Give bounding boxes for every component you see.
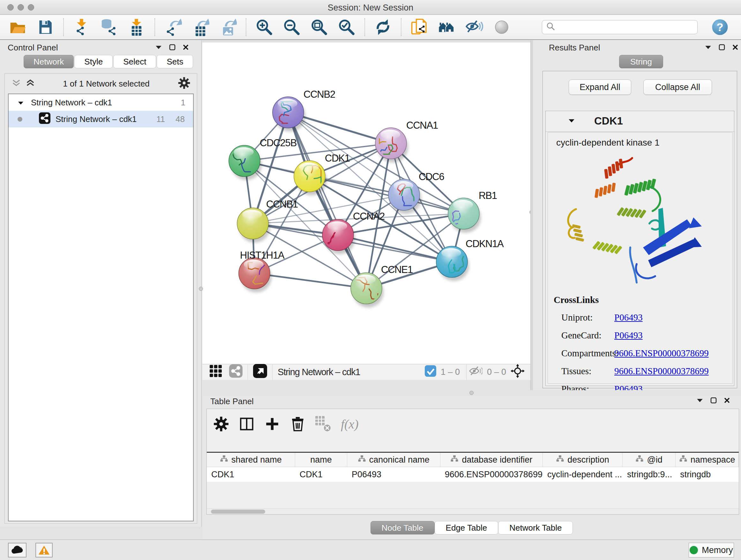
tab-network-table[interactable]: Network Table — [498, 521, 573, 535]
network-collection-row[interactable]: String Network – cdk1 1 — [9, 94, 193, 111]
float-panel-icon[interactable] — [719, 44, 725, 52]
expand-all-button[interactable]: Expand All — [569, 79, 631, 95]
network-node-CCNA1[interactable]: CCNA1 — [375, 120, 438, 163]
collapse-all-icon[interactable] — [12, 79, 21, 88]
open-session-icon[interactable] — [9, 18, 27, 36]
export-table-icon[interactable] — [192, 18, 209, 36]
help-icon[interactable]: ? — [711, 18, 729, 36]
network-node-CDC6[interactable]: CDC6 — [388, 171, 444, 214]
refresh-network-icon[interactable] — [374, 18, 392, 36]
tab-network[interactable]: Network — [23, 55, 74, 68]
gene-description: cyclin-dependent kinase 1 — [556, 138, 660, 148]
search-input[interactable] — [556, 21, 697, 34]
table-cell: CDK1 — [295, 467, 347, 482]
table-horizontal-scrollbar[interactable] — [207, 508, 738, 514]
close-panel-icon[interactable] — [183, 44, 189, 52]
import-network-icon[interactable] — [73, 18, 91, 36]
collapse-all-button[interactable]: Collapse All — [643, 79, 712, 95]
crosslink-link[interactable]: 9606.ENSP00000378699 — [614, 348, 709, 358]
zoom-out-icon[interactable] — [283, 18, 300, 36]
session-home-icon[interactable] — [438, 18, 456, 36]
network-node-RB1[interactable]: RB1 — [448, 190, 497, 233]
hide-panels-icon[interactable] — [465, 18, 483, 36]
zoom-in-icon[interactable] — [255, 18, 273, 36]
network-node-CDK1[interactable]: CDK1 — [294, 152, 350, 195]
close-panel-icon[interactable] — [724, 397, 730, 405]
column-header-canonical-name[interactable]: canonical name — [347, 453, 441, 467]
crosslink-label: Compartments: — [554, 348, 614, 359]
memory-button[interactable]: Memory — [689, 543, 734, 557]
tab-edge-table[interactable]: Edge Table — [434, 521, 498, 535]
network-canvas[interactable]: CCNB2CCNA1CDC25BCDK1CDC6RB1CCNB1CCNA2CDK… — [202, 43, 530, 364]
scrollbar-thumb[interactable] — [211, 509, 265, 514]
network-node-CCNE1[interactable]: CCNE1 — [351, 264, 413, 307]
column-header-description[interactable]: description — [543, 453, 623, 467]
tab-node-table[interactable]: Node Table — [370, 521, 434, 535]
fit-content-crosshair-icon[interactable] — [511, 364, 525, 380]
network-node-CCNB1[interactable]: CCNB1 — [237, 199, 298, 243]
detach-view-icon[interactable] — [253, 364, 267, 380]
network-name: String Network – cdk1 — [56, 114, 137, 124]
column-header-database-identifier[interactable]: database identifier — [441, 453, 543, 467]
network-row-selected[interactable]: String Network – cdk1 11 48 — [9, 111, 193, 127]
float-panel-icon[interactable] — [711, 397, 717, 405]
hidden-eye-icon[interactable] — [468, 365, 482, 380]
crosslink-link[interactable]: P06493 — [614, 312, 643, 322]
add-row-icon[interactable] — [264, 416, 280, 432]
panel-menu-icon[interactable] — [696, 398, 703, 404]
tab-string[interactable]: String — [619, 55, 663, 68]
grid-view-icon[interactable] — [209, 365, 222, 380]
table-cell: P06493 — [347, 467, 441, 482]
collection-expand-icon[interactable] — [17, 98, 24, 108]
tab-style[interactable]: Style — [74, 55, 113, 68]
import-database-icon[interactable] — [100, 18, 118, 36]
crosslink-link[interactable]: P06493 — [614, 330, 643, 340]
column-header-name[interactable]: name — [295, 453, 347, 467]
application-window: Session: New Session ? Control Panel Net… — [0, 0, 741, 560]
automation-cloud-button[interactable] — [8, 543, 26, 557]
tab-select[interactable]: Select — [113, 55, 156, 68]
export-network-icon[interactable] — [164, 18, 182, 36]
zoom-selected-icon[interactable] — [338, 18, 355, 36]
expand-all-icon[interactable] — [26, 79, 35, 88]
export-image-icon[interactable] — [219, 18, 237, 36]
panel-menu-icon[interactable] — [704, 45, 712, 51]
network-bullet-icon — [17, 117, 22, 122]
settings-gear-icon[interactable] — [213, 416, 229, 432]
warnings-button[interactable] — [36, 543, 53, 557]
network-edge-CCNB2-CCNE1[interactable] — [288, 112, 366, 288]
clone-network-icon[interactable] — [410, 18, 428, 36]
bottom-splitter-handle[interactable] — [469, 391, 474, 395]
column-header--id[interactable]: @id — [623, 453, 676, 467]
column-header-namespace[interactable]: namespace — [676, 453, 739, 467]
columns-icon[interactable] — [239, 416, 255, 432]
panel-menu-icon[interactable] — [155, 45, 162, 51]
function-builder-icon[interactable]: f(x) — [341, 417, 359, 432]
network-options-gear-icon[interactable] — [178, 77, 191, 91]
section-collapse-icon[interactable] — [568, 118, 575, 125]
close-panel-icon[interactable] — [732, 44, 738, 52]
left-splitter-handle[interactable] — [199, 287, 203, 291]
search-box[interactable] — [542, 20, 697, 34]
tab-sets[interactable]: Sets — [157, 55, 193, 68]
float-panel-icon[interactable] — [169, 44, 176, 52]
delete-rows-icon[interactable] — [290, 416, 306, 432]
network-tree: String Network – cdk1 1 String Network –… — [8, 94, 194, 521]
table-row[interactable]: CDK1CDK1P064939606.ENSP00000378699cyclin… — [207, 467, 739, 482]
crosslink-link[interactable]: 9606.ENSP00000378699 — [614, 366, 709, 376]
network-node-CDKN1A[interactable]: CDKN1A — [436, 238, 504, 281]
clear-table-icon[interactable] — [315, 416, 331, 432]
network-node-HIST1H1A[interactable]: HIST1H1A — [239, 250, 285, 293]
network-share-view-icon[interactable] — [229, 364, 243, 380]
collection-name: String Network – cdk1 — [31, 98, 112, 108]
presentation-mode-icon[interactable] — [493, 18, 511, 36]
node-label-HIST1H1A: HIST1H1A — [240, 250, 285, 261]
zoom-fit-icon[interactable] — [310, 18, 328, 36]
crosslinks-heading: CrossLinks — [554, 295, 729, 305]
network-node-CCNB2[interactable]: CCNB2 — [273, 89, 335, 132]
column-header-shared-name[interactable]: shared name — [207, 453, 295, 467]
save-session-icon[interactable] — [37, 18, 54, 36]
import-table-icon[interactable] — [128, 18, 145, 36]
selected-checkbox-icon[interactable] — [425, 365, 436, 379]
crosslink-label: GeneCard: — [554, 330, 614, 341]
